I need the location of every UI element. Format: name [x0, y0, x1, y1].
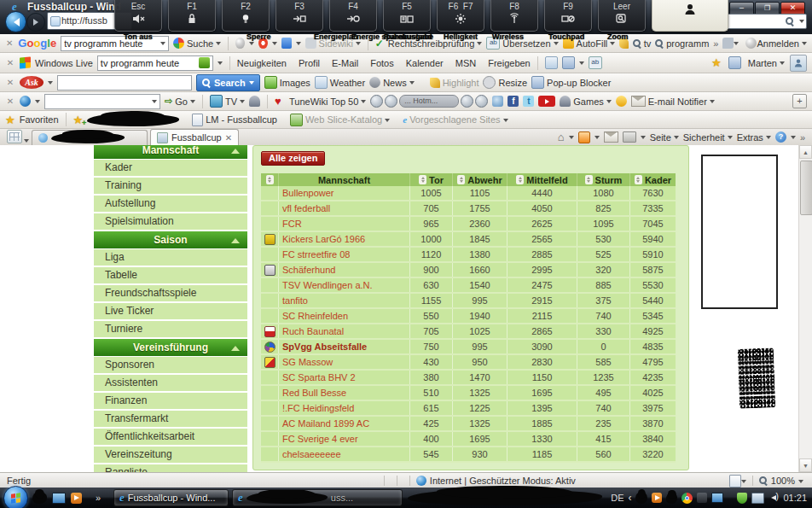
- sidebar-item-vereinszeitung[interactable]: Vereinszeitung: [94, 447, 247, 463]
- team-name[interactable]: FC strreetfire 08: [278, 248, 409, 261]
- team-name[interactable]: Kickers LarGó 1966: [278, 232, 409, 246]
- team-name[interactable]: Ruch Baunatal: [278, 324, 409, 338]
- team-name[interactable]: AC Mailand 1899 AC: [278, 417, 409, 430]
- favorites-label[interactable]: Favoriten: [20, 114, 59, 125]
- favorite-vorgeschlagene-sites[interactable]: Vorgeschlagene Sites: [403, 114, 508, 125]
- start-button[interactable]: [3, 486, 28, 508]
- orange-tray-icon[interactable]: [652, 493, 662, 503]
- dazzle-icon[interactable]: [492, 96, 503, 107]
- close-toolbar-icon[interactable]: [5, 58, 15, 67]
- sidebar-item-finanzen[interactable]: Finanzen: [94, 393, 247, 409]
- media-player-quicklaunch-icon[interactable]: [71, 493, 82, 504]
- zoom-level[interactable]: 100%: [771, 476, 795, 486]
- sidebar-item-öffentlichkeitsarbeit[interactable]: Öffentlichkeitsarbeit: [94, 429, 247, 445]
- rss-icon[interactable]: [578, 131, 590, 143]
- chevron-down-icon[interactable]: [24, 139, 29, 145]
- live-link-msn[interactable]: MSN: [455, 58, 476, 68]
- chevron-down-icon[interactable]: [160, 42, 165, 48]
- display-tray-icon[interactable]: [711, 493, 723, 503]
- redacted-tray-icon[interactable]: [666, 493, 677, 504]
- task-button-fussballcup[interactable]: Fussballcup - Wind...: [113, 489, 229, 506]
- live-link-profil[interactable]: Profil: [299, 58, 320, 68]
- tab-redacted[interactable]: [32, 130, 148, 145]
- sidebar-header-saison[interactable]: Saison: [94, 231, 247, 248]
- sort-icon[interactable]: [266, 175, 274, 184]
- close-toolbar-icon[interactable]: [5, 38, 14, 48]
- sidebar-item-rangliste[interactable]: Rangliste: [94, 464, 247, 472]
- team-name[interactable]: tanfito: [278, 294, 409, 307]
- quick-tabs-icon[interactable]: [7, 130, 22, 143]
- add-toolbar-button[interactable]: [792, 94, 807, 108]
- table-header-sturm[interactable]: Sturm: [577, 173, 629, 186]
- close-toolbar-icon[interactable]: [5, 78, 15, 87]
- live-link-kalender[interactable]: Kalender: [406, 58, 444, 68]
- games-button[interactable]: Games: [560, 96, 611, 107]
- sidebar-header-vereinsführung[interactable]: Vereinsführung: [94, 339, 247, 356]
- sidebar-item-tabelle[interactable]: Tabelle: [94, 267, 247, 283]
- security-menu[interactable]: Sicherheit: [683, 132, 733, 143]
- google-plus-icon[interactable]: [281, 38, 291, 49]
- clock[interactable]: 01:21: [783, 493, 807, 503]
- language-indicator[interactable]: DE: [611, 493, 624, 503]
- team-name[interactable]: TSV Wendlingen a.N.: [278, 278, 409, 292]
- scroll-down-arrow[interactable]: ▼: [799, 458, 812, 472]
- overflow-chevron-icon[interactable]: [800, 132, 805, 143]
- favorites-star-icon[interactable]: [5, 114, 15, 126]
- youtube-icon[interactable]: [538, 96, 555, 107]
- stop-button[interactable]: [475, 95, 488, 108]
- sidebar-item-sponsoren[interactable]: Sponsoren: [94, 357, 247, 373]
- help-icon[interactable]: [775, 131, 786, 143]
- table-header-abwehr[interactable]: Abwehr: [452, 173, 507, 186]
- sort-icon[interactable]: [419, 175, 426, 184]
- sidebar-item-turniere[interactable]: Turniere: [94, 321, 247, 337]
- sort-icon[interactable]: [635, 175, 642, 184]
- show-all-button[interactable]: Alle zeigen: [261, 151, 325, 166]
- chevron-down-icon[interactable]: [152, 100, 157, 106]
- ask-logo[interactable]: [20, 76, 44, 89]
- favorites-star-icon[interactable]: [711, 56, 722, 69]
- highlight-button[interactable]: Highlight: [430, 78, 479, 88]
- dark-tray-icon[interactable]: [697, 493, 707, 503]
- checkbox-icon[interactable]: [728, 56, 741, 69]
- ask-search-button[interactable]: Search: [196, 74, 260, 91]
- vertical-scrollbar[interactable]: ▲ ▼: [798, 145, 812, 472]
- network-tray-icon[interactable]: [751, 493, 764, 504]
- table-header-icon-col[interactable]: [261, 173, 278, 186]
- sort-icon[interactable]: [457, 175, 465, 184]
- favorite-lm-fussballcup[interactable]: LM - Fussballcup: [192, 114, 277, 126]
- redacted-tray-icon[interactable]: [635, 492, 647, 504]
- team-name[interactable]: SC Sparta BHV 2: [278, 371, 409, 384]
- tunewiki-button[interactable]: TuneWiki Top 50: [275, 95, 366, 108]
- favorite-web-slice-katalog[interactable]: Web Slice-Katalog: [290, 114, 390, 126]
- sidebar-item-aufstellung[interactable]: Aufstellung: [94, 196, 247, 212]
- display-quicklaunch-icon[interactable]: [52, 493, 66, 504]
- chevron-down-icon[interactable]: [799, 20, 804, 26]
- zoom-icon[interactable]: [759, 476, 768, 485]
- sidebar-item-assistenten[interactable]: Assistenten: [94, 375, 247, 391]
- collapse-arrow-icon[interactable]: [231, 149, 240, 154]
- collapse-arrow-icon[interactable]: [231, 238, 240, 243]
- team-name[interactable]: FCR: [278, 217, 409, 231]
- safety-tray-icon[interactable]: [737, 493, 747, 504]
- sidebar-item-liveticker[interactable]: Live Ticker: [94, 303, 247, 319]
- close-tab-icon[interactable]: [225, 133, 232, 143]
- team-name[interactable]: SG Massow: [278, 355, 409, 369]
- google-search-button[interactable]: Suche: [173, 38, 221, 49]
- close-toolbar-icon[interactable]: [5, 96, 15, 106]
- sidebar-item-training[interactable]: Training: [94, 178, 247, 194]
- ask-weather-button[interactable]: Weather: [315, 76, 365, 89]
- protected-mode-icon[interactable]: [729, 475, 741, 488]
- chrome-tray-icon[interactable]: [682, 493, 693, 504]
- sidebar-item-kader[interactable]: Kader: [94, 160, 247, 176]
- live-link-email[interactable]: E-Mail: [332, 58, 358, 68]
- live-link-freigeben[interactable]: Freigeben: [488, 58, 531, 68]
- ask-search-input[interactable]: [57, 75, 192, 91]
- table-header-mittelfeld[interactable]: Mittelfeld: [507, 173, 577, 186]
- tv-button[interactable]: TV: [210, 95, 245, 108]
- home-icon[interactable]: [558, 131, 565, 143]
- team-name[interactable]: SC Rheinfelden: [278, 309, 409, 323]
- warning-icon[interactable]: [616, 96, 627, 107]
- collapse-arrow-icon[interactable]: [231, 346, 240, 351]
- table-header-mannschaft[interactable]: Mannschaft: [278, 173, 409, 186]
- ask-news-button[interactable]: News: [369, 77, 415, 88]
